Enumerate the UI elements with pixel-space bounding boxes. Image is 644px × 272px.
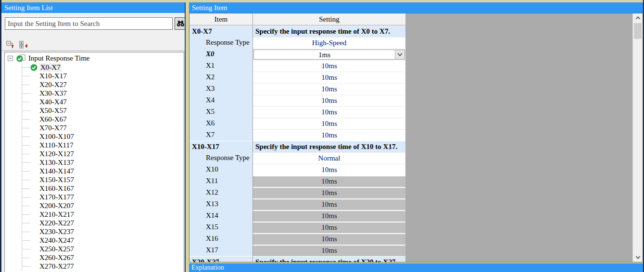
- table-row-x6: X610ms: [189, 118, 405, 129]
- tree-item-label: X160-X167: [39, 185, 74, 193]
- setting-cell: Specify the input response time of X0 to…: [253, 25, 405, 37]
- setting-item-title: Setting Item: [189, 2, 643, 13]
- setting-cell[interactable]: 10ms: [253, 83, 405, 95]
- tree-connector-stub: [22, 206, 30, 206]
- setting-cell[interactable]: 10ms: [253, 118, 405, 129]
- tree-item-x210-x217[interactable]: X210-X217: [5, 210, 184, 219]
- tree-item-x240-x247[interactable]: X240-X247: [5, 236, 184, 245]
- tree-item-x260-x267[interactable]: X260-X267: [5, 253, 184, 262]
- tree-item-x120-x127[interactable]: X120-X127: [5, 149, 184, 158]
- tree-item-label: X140-X147: [39, 167, 74, 175]
- collapse-all-button[interactable]: [6, 40, 16, 49]
- item-cell: X20-X27: [189, 256, 253, 262]
- toolbar-separator: [1, 50, 185, 51]
- item-cell: Response Type: [189, 37, 253, 49]
- item-cell: X1: [189, 60, 253, 72]
- tree-connector-stub: [22, 145, 30, 146]
- tree-item-label: X100-X107: [39, 133, 74, 141]
- table-row-x3: X310ms: [189, 83, 405, 95]
- item-cell: X16: [189, 233, 253, 245]
- collapse-expander-icon[interactable]: [8, 56, 13, 61]
- tree-item-x140-x147[interactable]: X140-X147: [5, 167, 184, 175]
- tree-item-label: X220-X227: [39, 219, 74, 227]
- tree-item-label: X70-X77: [39, 124, 67, 132]
- table-row-x14: X1410ms: [189, 210, 405, 222]
- item-cell: X14: [189, 210, 253, 222]
- tree-item-x220-x227[interactable]: X220-X227: [5, 219, 184, 227]
- tree-item-x70-x77[interactable]: X70-X77: [5, 124, 184, 132]
- setting-cell[interactable]: 10ms: [253, 60, 405, 72]
- combobox-dropdown-button[interactable]: [395, 50, 404, 59]
- tree-item-label: X150-X157: [39, 176, 74, 184]
- setting-item-list-title: Setting Item List: [1, 2, 185, 13]
- table-row-x10: X1010ms: [189, 164, 405, 175]
- tree-item-x30-x37[interactable]: X30-X37: [5, 89, 184, 98]
- tree-root-input-response-time[interactable]: Input Response Time: [5, 54, 184, 63]
- tree-item-label: X60-X67: [39, 115, 67, 124]
- search-input[interactable]: [5, 17, 173, 30]
- tree-item-x200-x207[interactable]: X200-X207: [5, 201, 184, 210]
- tree-item-x20-x27[interactable]: X20-X27: [5, 80, 184, 89]
- setting-table: Item Setting X0-X7Specify the input resp…: [189, 13, 405, 262]
- tree-item-x160-x167[interactable]: X160-X167: [5, 184, 184, 193]
- item-cell: X3: [189, 83, 253, 95]
- vertical-scrollbar[interactable]: [632, 13, 643, 262]
- column-header-item: Item: [189, 13, 253, 25]
- tree-connector-stub: [22, 214, 30, 215]
- item-cell: X10: [189, 164, 253, 175]
- tree-item-x130-x137[interactable]: X130-X137: [5, 158, 184, 167]
- scrollbar-thumb[interactable]: [634, 23, 642, 39]
- tree-connector-stub: [22, 266, 30, 267]
- table-rows: X0-X7Specify the input response time of …: [189, 25, 405, 262]
- item-cell: X6: [189, 118, 253, 129]
- table-row-x1: X110ms: [189, 60, 405, 72]
- tree-item-x270-x277[interactable]: X270-X277: [5, 262, 184, 271]
- tree-item-label: X270-X277: [39, 262, 74, 271]
- tree-item-label: X230-X237: [39, 228, 74, 236]
- item-cell: X4: [189, 95, 253, 106]
- setting-cell[interactable]: 10ms: [253, 95, 405, 106]
- tree-item-x40-x47[interactable]: X40-X47: [5, 98, 184, 106]
- table-row-x12: X1210ms: [189, 187, 405, 198]
- tree-item-x110-x117[interactable]: X110-X117: [5, 141, 184, 149]
- tree-item-label: X10-X17: [39, 72, 67, 80]
- check-circle-icon: [30, 64, 38, 71]
- item-cell: X12: [189, 187, 253, 198]
- tree-item-x250-x257[interactable]: X250-X257: [5, 245, 184, 253]
- setting-cell[interactable]: 10ms: [253, 164, 405, 175]
- tree-item-x50-x57[interactable]: X50-X57: [5, 106, 184, 115]
- tree-item-x150-x157[interactable]: X150-X157: [5, 175, 184, 184]
- column-header-setting: Setting: [253, 13, 405, 25]
- tree-item-x10-x17[interactable]: X10-X17: [5, 72, 184, 80]
- tree-connector-stub: [22, 162, 30, 163]
- setting-cell: Specify the input response time of X20 t…: [253, 256, 405, 262]
- table-row-x0-x7: X0-X7Specify the input response time of …: [189, 25, 405, 37]
- tree-connector-stub: [22, 136, 30, 137]
- tree-item-x170-x177[interactable]: X170-X177: [5, 193, 184, 201]
- setting-cell[interactable]: Normal: [253, 152, 405, 164]
- tree-item-label: X250-X257: [39, 245, 74, 253]
- setting-cell[interactable]: 10ms: [253, 106, 405, 118]
- tree-item-x100-x107[interactable]: X100-X107: [5, 132, 184, 141]
- tree-item-label: X260-X267: [39, 254, 74, 262]
- tree-connector-stub: [22, 240, 30, 241]
- setting-item-body: Item Setting X0-X7Specify the input resp…: [189, 13, 643, 262]
- tree-connector-stub: [22, 249, 30, 249]
- scroll-down-button[interactable]: [633, 253, 643, 261]
- setting-combobox[interactable]: 1ms: [253, 49, 405, 60]
- tree-item-x230-x237[interactable]: X230-X237: [5, 227, 184, 236]
- tree-connector-stub: [22, 223, 30, 223]
- tree-item-x0-x7[interactable]: X0-X7: [5, 63, 184, 72]
- table-row-x7: X710ms: [189, 129, 405, 141]
- search-button[interactable]: [175, 17, 186, 30]
- tree-item-label: X120-X127: [39, 150, 74, 158]
- setting-cell[interactable]: 10ms: [253, 129, 405, 141]
- tree-item-x60-x67[interactable]: X60-X67: [5, 115, 184, 124]
- setting-cell[interactable]: 1ms: [253, 49, 405, 60]
- item-cell: X15: [189, 222, 253, 233]
- scroll-up-button[interactable]: [633, 14, 643, 22]
- expand-all-button[interactable]: [19, 40, 29, 49]
- setting-cell[interactable]: 10ms: [253, 72, 405, 83]
- table-row-x13: X1310ms: [189, 198, 405, 210]
- setting-cell[interactable]: High-Speed: [253, 37, 405, 49]
